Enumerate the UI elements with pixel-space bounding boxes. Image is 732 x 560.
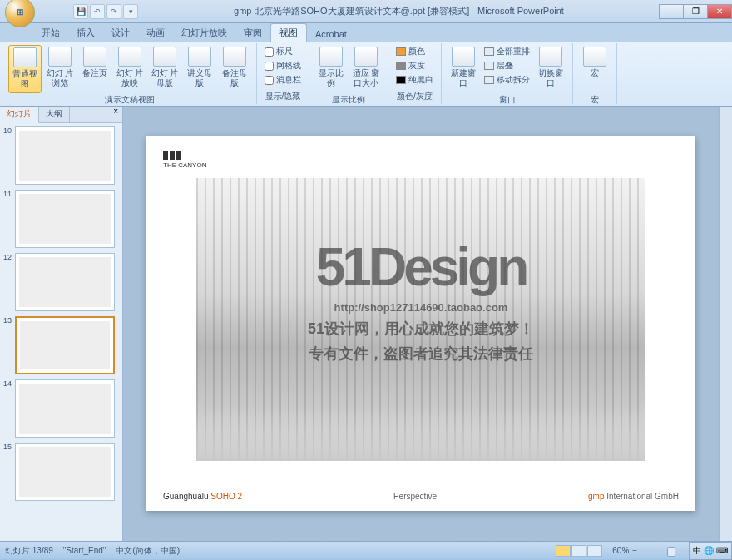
ribbon-group-4: 新建窗口全部重排层叠移动拆分切换窗 口窗口 (442, 43, 573, 104)
watermark-title: 51Design (263, 236, 579, 298)
thumbnail-image (15, 126, 115, 185)
panel-close-button[interactable]: × (109, 107, 122, 122)
ribbon-tab-7[interactable]: Acrobat (307, 27, 355, 42)
ribbon-button[interactable]: 幻灯 片浏览 (43, 45, 77, 93)
ribbon-checkbox[interactable]: 网格线 (262, 59, 304, 72)
slide-thumbnail[interactable]: 14 (3, 379, 119, 438)
watermark-line1: 51设计网，用心成就您的建筑梦！ (263, 319, 579, 339)
window-controls: — ❐ ✕ (660, 4, 732, 19)
slide-counter[interactable]: 幻灯片 13/89 (5, 545, 53, 557)
button-icon (118, 47, 141, 67)
button-icon (354, 47, 378, 67)
slide-thumbnail[interactable]: 12 (3, 253, 119, 311)
ribbon-button[interactable]: 讲义母版 (183, 45, 216, 93)
undo-icon[interactable]: ↶ (90, 4, 105, 19)
ribbon-tab-5[interactable]: 审阅 (235, 24, 270, 42)
ribbon-button[interactable]: 显示比例 (314, 45, 348, 93)
ribbon-group-5: 宏宏 (573, 43, 617, 104)
ribbon-button[interactable]: 幻灯 片母版 (148, 45, 181, 93)
button-icon (48, 47, 72, 67)
close-button[interactable]: ✕ (707, 4, 732, 19)
view-buttons (556, 545, 602, 557)
thumbnail-number: 15 (3, 443, 15, 501)
group-label: 宏 (578, 93, 611, 106)
qat-dropdown-icon[interactable]: ▾ (123, 4, 138, 19)
save-icon[interactable]: 💾 (73, 4, 88, 19)
ribbon-small-button[interactable]: 全部重排 (482, 45, 532, 58)
ribbon-button[interactable]: 幻灯 片放映 (113, 45, 146, 93)
watermark: 51Design http://shop127114690.taobao.com… (263, 236, 579, 364)
color-mode-button[interactable]: 颜色 (393, 45, 436, 58)
group-label: 窗口 (447, 93, 567, 106)
slideshow-view-button[interactable] (587, 545, 602, 557)
thumbnail-image (15, 379, 115, 438)
panel-tabs: 幻灯片 大纲 × (0, 107, 122, 123)
maximize-button[interactable]: ❐ (683, 4, 708, 19)
button-label: 普通视图 (11, 69, 39, 89)
slide-footer: Guanghualu SOHO 2 Perspective gmp Intern… (163, 492, 679, 501)
ribbon-tabs: 开始插入设计动画幻灯片放映审阅视图Acrobat (0, 23, 732, 42)
office-button[interactable]: ⊞ (5, 0, 35, 27)
ime-indicator[interactable]: 中 🌐 ⌨ (689, 542, 732, 560)
ribbon-button[interactable]: 备注母版 (218, 45, 251, 93)
ribbon-button[interactable]: 备注页 (78, 45, 111, 93)
ribbon-checkbox[interactable]: 标尺 (262, 45, 304, 58)
quick-access-toolbar: 💾 ↶ ↷ ▾ (73, 4, 138, 19)
tab-slides[interactable]: 幻灯片 (0, 107, 39, 123)
ime-text: 中 🌐 ⌨ (693, 545, 728, 557)
ribbon-group-2: 显示比例适应 窗口大小显示比例 (309, 43, 388, 104)
zoom-out-button[interactable]: − (632, 546, 637, 555)
slide-thumbnail[interactable]: 10 (3, 126, 119, 185)
thumbnail-number: 14 (3, 379, 15, 438)
minimize-button[interactable]: — (659, 4, 684, 19)
ribbon-tab-4[interactable]: 幻灯片放映 (173, 24, 235, 42)
ribbon-button[interactable]: 切换窗 口 (534, 45, 567, 93)
ribbon-button[interactable]: 宏 (578, 45, 611, 93)
group-label: 显示/隐藏 (262, 90, 304, 102)
thumbnail-image (15, 190, 115, 248)
button-icon (319, 47, 343, 67)
button-label: 适应 窗口大小 (351, 68, 381, 88)
footer-center: Perspective (393, 492, 437, 501)
thumbnail-list[interactable]: 101112131415 (0, 123, 122, 541)
button-icon (452, 47, 475, 67)
zoom-percent[interactable]: 60% (612, 546, 629, 555)
group-label: 演示文稿视图 (8, 93, 251, 106)
button-label: 宏 (591, 68, 599, 78)
button-label: 显示比例 (316, 68, 346, 88)
ribbon-button[interactable]: 新建窗口 (447, 45, 480, 93)
vertical-scrollbar[interactable] (719, 107, 732, 541)
thumbnail-image (15, 316, 115, 374)
color-mode-button[interactable]: 纯黑白 (393, 73, 436, 87)
button-label: 讲义母版 (185, 68, 215, 88)
section-name[interactable]: "Start_End" (63, 546, 106, 555)
slide-editor[interactable]: THE CANYON 51Design http://shop127114690… (123, 107, 719, 541)
ribbon-tab-0[interactable]: 开始 (33, 24, 68, 42)
sorter-view-button[interactable] (571, 545, 586, 557)
color-mode-button[interactable]: 灰度 (393, 59, 436, 72)
watermark-url: http://shop127114690.taobao.com (263, 301, 579, 314)
current-slide[interactable]: THE CANYON 51Design http://shop127114690… (146, 136, 695, 511)
redo-icon[interactable]: ↷ (106, 4, 121, 19)
ribbon-tab-1[interactable]: 插入 (68, 24, 103, 42)
language-indicator[interactable]: 中文(简体，中国) (116, 545, 180, 557)
ribbon-button[interactable]: 普通视图 (8, 45, 42, 93)
ribbon-tab-3[interactable]: 动画 (138, 24, 173, 42)
small-icon (484, 62, 494, 70)
slide-thumbnail[interactable]: 15 (3, 443, 119, 501)
normal-view-button[interactable] (556, 545, 571, 557)
button-icon (83, 47, 106, 67)
button-icon (13, 47, 37, 67)
ribbon-tab-6[interactable]: 视图 (270, 23, 307, 42)
ribbon-small-button[interactable]: 层叠 (482, 59, 532, 72)
tab-outline[interactable]: 大纲 (39, 107, 70, 122)
thumbnail-number: 12 (3, 253, 15, 311)
ribbon-checkbox[interactable]: 消息栏 (262, 73, 304, 87)
ribbon-tab-2[interactable]: 设计 (103, 24, 138, 42)
window-title: gmp-北京光华路SOHO大厦建筑设计文本@.ppt [兼容模式] - Micr… (138, 5, 660, 17)
thumbnail-image (15, 443, 115, 501)
ribbon-button[interactable]: 适应 窗口大小 (349, 45, 383, 93)
slide-thumbnail[interactable]: 11 (3, 190, 119, 248)
slide-thumbnail[interactable]: 13 (3, 316, 119, 374)
ribbon-small-button[interactable]: 移动拆分 (482, 73, 532, 87)
